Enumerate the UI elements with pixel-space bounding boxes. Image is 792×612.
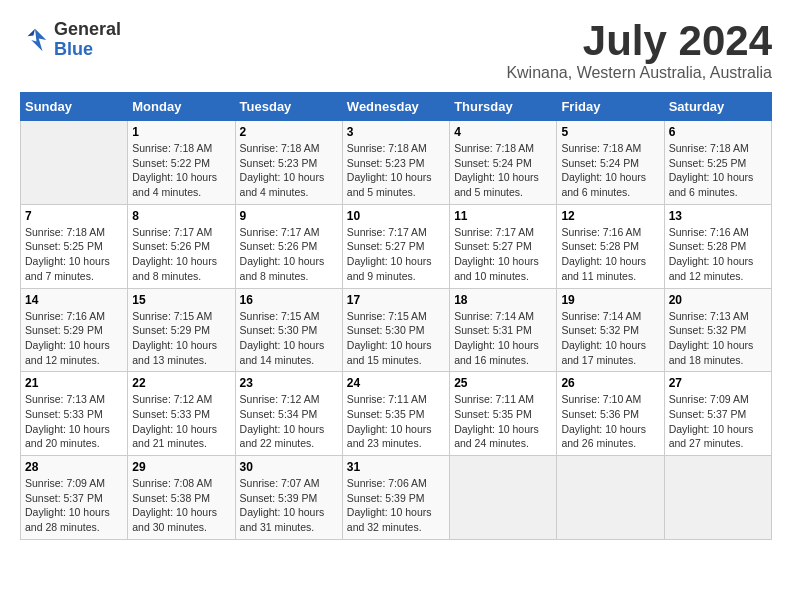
- day-number: 17: [347, 293, 445, 307]
- day-number: 31: [347, 460, 445, 474]
- weekday-header-row: SundayMondayTuesdayWednesdayThursdayFrid…: [21, 93, 772, 121]
- calendar-cell: 18Sunrise: 7:14 AM Sunset: 5:31 PM Dayli…: [450, 288, 557, 372]
- day-number: 6: [669, 125, 767, 139]
- day-info: Sunrise: 7:12 AM Sunset: 5:33 PM Dayligh…: [132, 392, 230, 451]
- day-info: Sunrise: 7:15 AM Sunset: 5:30 PM Dayligh…: [240, 309, 338, 368]
- day-info: Sunrise: 7:09 AM Sunset: 5:37 PM Dayligh…: [25, 476, 123, 535]
- calendar-cell: 3Sunrise: 7:18 AM Sunset: 5:23 PM Daylig…: [342, 121, 449, 205]
- day-number: 25: [454, 376, 552, 390]
- calendar-cell: 24Sunrise: 7:11 AM Sunset: 5:35 PM Dayli…: [342, 372, 449, 456]
- day-info: Sunrise: 7:15 AM Sunset: 5:29 PM Dayligh…: [132, 309, 230, 368]
- weekday-header: Tuesday: [235, 93, 342, 121]
- day-number: 7: [25, 209, 123, 223]
- day-number: 16: [240, 293, 338, 307]
- day-number: 2: [240, 125, 338, 139]
- calendar-week-row: 21Sunrise: 7:13 AM Sunset: 5:33 PM Dayli…: [21, 372, 772, 456]
- weekday-header: Saturday: [664, 93, 771, 121]
- day-number: 8: [132, 209, 230, 223]
- day-info: Sunrise: 7:09 AM Sunset: 5:37 PM Dayligh…: [669, 392, 767, 451]
- day-info: Sunrise: 7:08 AM Sunset: 5:38 PM Dayligh…: [132, 476, 230, 535]
- calendar-cell: 6Sunrise: 7:18 AM Sunset: 5:25 PM Daylig…: [664, 121, 771, 205]
- location-title: Kwinana, Western Australia, Australia: [506, 64, 772, 82]
- day-number: 14: [25, 293, 123, 307]
- calendar-cell: [664, 456, 771, 540]
- calendar-cell: 29Sunrise: 7:08 AM Sunset: 5:38 PM Dayli…: [128, 456, 235, 540]
- calendar-cell: 25Sunrise: 7:11 AM Sunset: 5:35 PM Dayli…: [450, 372, 557, 456]
- calendar-week-row: 1Sunrise: 7:18 AM Sunset: 5:22 PM Daylig…: [21, 121, 772, 205]
- calendar-cell: 28Sunrise: 7:09 AM Sunset: 5:37 PM Dayli…: [21, 456, 128, 540]
- day-info: Sunrise: 7:17 AM Sunset: 5:27 PM Dayligh…: [454, 225, 552, 284]
- day-number: 23: [240, 376, 338, 390]
- calendar-cell: 9Sunrise: 7:17 AM Sunset: 5:26 PM Daylig…: [235, 204, 342, 288]
- day-number: 13: [669, 209, 767, 223]
- weekday-header: Monday: [128, 93, 235, 121]
- day-info: Sunrise: 7:18 AM Sunset: 5:25 PM Dayligh…: [669, 141, 767, 200]
- svg-marker-1: [28, 29, 36, 37]
- day-number: 11: [454, 209, 552, 223]
- calendar-week-row: 28Sunrise: 7:09 AM Sunset: 5:37 PM Dayli…: [21, 456, 772, 540]
- calendar-cell: 16Sunrise: 7:15 AM Sunset: 5:30 PM Dayli…: [235, 288, 342, 372]
- weekday-header: Thursday: [450, 93, 557, 121]
- day-info: Sunrise: 7:18 AM Sunset: 5:25 PM Dayligh…: [25, 225, 123, 284]
- day-info: Sunrise: 7:18 AM Sunset: 5:22 PM Dayligh…: [132, 141, 230, 200]
- calendar-week-row: 7Sunrise: 7:18 AM Sunset: 5:25 PM Daylig…: [21, 204, 772, 288]
- day-info: Sunrise: 7:18 AM Sunset: 5:24 PM Dayligh…: [561, 141, 659, 200]
- calendar-cell: [21, 121, 128, 205]
- calendar-cell: 4Sunrise: 7:18 AM Sunset: 5:24 PM Daylig…: [450, 121, 557, 205]
- day-number: 20: [669, 293, 767, 307]
- calendar-cell: 17Sunrise: 7:15 AM Sunset: 5:30 PM Dayli…: [342, 288, 449, 372]
- day-info: Sunrise: 7:10 AM Sunset: 5:36 PM Dayligh…: [561, 392, 659, 451]
- calendar-cell: 1Sunrise: 7:18 AM Sunset: 5:22 PM Daylig…: [128, 121, 235, 205]
- day-number: 22: [132, 376, 230, 390]
- calendar-cell: 21Sunrise: 7:13 AM Sunset: 5:33 PM Dayli…: [21, 372, 128, 456]
- day-info: Sunrise: 7:13 AM Sunset: 5:33 PM Dayligh…: [25, 392, 123, 451]
- calendar-cell: 15Sunrise: 7:15 AM Sunset: 5:29 PM Dayli…: [128, 288, 235, 372]
- day-info: Sunrise: 7:17 AM Sunset: 5:26 PM Dayligh…: [240, 225, 338, 284]
- calendar-cell: 20Sunrise: 7:13 AM Sunset: 5:32 PM Dayli…: [664, 288, 771, 372]
- calendar-cell: 8Sunrise: 7:17 AM Sunset: 5:26 PM Daylig…: [128, 204, 235, 288]
- calendar-cell: 10Sunrise: 7:17 AM Sunset: 5:27 PM Dayli…: [342, 204, 449, 288]
- day-info: Sunrise: 7:15 AM Sunset: 5:30 PM Dayligh…: [347, 309, 445, 368]
- calendar-cell: 14Sunrise: 7:16 AM Sunset: 5:29 PM Dayli…: [21, 288, 128, 372]
- day-number: 1: [132, 125, 230, 139]
- day-info: Sunrise: 7:14 AM Sunset: 5:32 PM Dayligh…: [561, 309, 659, 368]
- day-info: Sunrise: 7:07 AM Sunset: 5:39 PM Dayligh…: [240, 476, 338, 535]
- day-number: 5: [561, 125, 659, 139]
- page-header: General Blue July 2024 Kwinana, Western …: [20, 20, 772, 82]
- calendar-cell: [450, 456, 557, 540]
- calendar-cell: 12Sunrise: 7:16 AM Sunset: 5:28 PM Dayli…: [557, 204, 664, 288]
- day-number: 15: [132, 293, 230, 307]
- day-number: 12: [561, 209, 659, 223]
- title-block: July 2024 Kwinana, Western Australia, Au…: [506, 20, 772, 82]
- day-number: 27: [669, 376, 767, 390]
- day-number: 4: [454, 125, 552, 139]
- day-number: 24: [347, 376, 445, 390]
- day-info: Sunrise: 7:14 AM Sunset: 5:31 PM Dayligh…: [454, 309, 552, 368]
- calendar-cell: 5Sunrise: 7:18 AM Sunset: 5:24 PM Daylig…: [557, 121, 664, 205]
- calendar-table: SundayMondayTuesdayWednesdayThursdayFrid…: [20, 92, 772, 540]
- calendar-cell: 19Sunrise: 7:14 AM Sunset: 5:32 PM Dayli…: [557, 288, 664, 372]
- day-number: 18: [454, 293, 552, 307]
- calendar-cell: 23Sunrise: 7:12 AM Sunset: 5:34 PM Dayli…: [235, 372, 342, 456]
- logo-text: General Blue: [54, 20, 121, 60]
- weekday-header: Wednesday: [342, 93, 449, 121]
- day-number: 19: [561, 293, 659, 307]
- calendar-cell: 13Sunrise: 7:16 AM Sunset: 5:28 PM Dayli…: [664, 204, 771, 288]
- calendar-cell: 22Sunrise: 7:12 AM Sunset: 5:33 PM Dayli…: [128, 372, 235, 456]
- day-number: 28: [25, 460, 123, 474]
- logo-icon: [20, 25, 50, 55]
- day-info: Sunrise: 7:17 AM Sunset: 5:26 PM Dayligh…: [132, 225, 230, 284]
- day-info: Sunrise: 7:17 AM Sunset: 5:27 PM Dayligh…: [347, 225, 445, 284]
- day-number: 30: [240, 460, 338, 474]
- day-info: Sunrise: 7:12 AM Sunset: 5:34 PM Dayligh…: [240, 392, 338, 451]
- day-info: Sunrise: 7:11 AM Sunset: 5:35 PM Dayligh…: [347, 392, 445, 451]
- day-info: Sunrise: 7:11 AM Sunset: 5:35 PM Dayligh…: [454, 392, 552, 451]
- day-info: Sunrise: 7:18 AM Sunset: 5:24 PM Dayligh…: [454, 141, 552, 200]
- day-number: 21: [25, 376, 123, 390]
- day-info: Sunrise: 7:16 AM Sunset: 5:28 PM Dayligh…: [561, 225, 659, 284]
- calendar-cell: 30Sunrise: 7:07 AM Sunset: 5:39 PM Dayli…: [235, 456, 342, 540]
- calendar-cell: 2Sunrise: 7:18 AM Sunset: 5:23 PM Daylig…: [235, 121, 342, 205]
- day-info: Sunrise: 7:13 AM Sunset: 5:32 PM Dayligh…: [669, 309, 767, 368]
- day-info: Sunrise: 7:16 AM Sunset: 5:29 PM Dayligh…: [25, 309, 123, 368]
- calendar-cell: 31Sunrise: 7:06 AM Sunset: 5:39 PM Dayli…: [342, 456, 449, 540]
